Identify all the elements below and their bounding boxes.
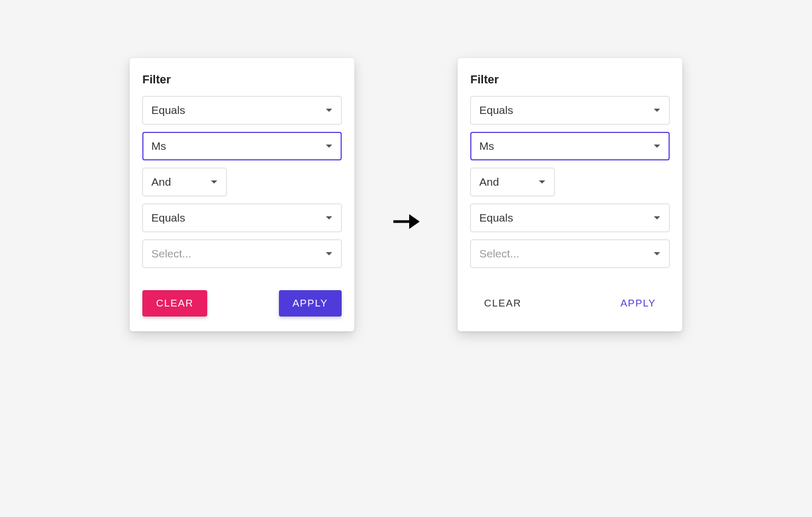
chevron-down-icon: [325, 144, 333, 148]
filter-card-filled: Filter Equals Ms And Equals Select... CL…: [130, 58, 354, 331]
select-operator-2[interactable]: Equals: [142, 204, 342, 232]
select-value-label: Equals: [479, 104, 513, 117]
select-operator-1[interactable]: Equals: [470, 96, 670, 125]
select-placeholder-label: Select...: [151, 247, 191, 260]
chevron-down-icon: [653, 144, 661, 148]
select-value-label: Equals: [151, 212, 185, 224]
apply-button[interactable]: APPLY: [607, 290, 670, 317]
select-value-label: Ms: [479, 140, 494, 152]
select-operator-2[interactable]: Equals: [470, 204, 670, 232]
clear-button[interactable]: CLEAR: [470, 290, 535, 317]
select-logic-operator[interactable]: And: [142, 168, 227, 196]
chevron-down-icon: [210, 180, 218, 184]
chevron-down-icon: [538, 180, 546, 184]
select-value-2[interactable]: Select...: [470, 240, 670, 268]
apply-button[interactable]: APPLY: [279, 290, 342, 317]
select-value-label: Equals: [151, 104, 185, 117]
action-row: CLEAR APPLY: [142, 290, 342, 317]
chevron-down-icon: [325, 216, 333, 220]
select-value-1[interactable]: Ms: [470, 132, 670, 160]
select-value-1[interactable]: Ms: [142, 132, 342, 160]
select-placeholder-label: Select...: [479, 247, 519, 260]
select-value-label: And: [479, 176, 499, 188]
select-value-label: Equals: [479, 212, 513, 224]
chevron-down-icon: [325, 108, 333, 112]
arrow-right-icon: [391, 58, 421, 385]
select-value-2[interactable]: Select...: [142, 240, 342, 268]
chevron-down-icon: [653, 252, 661, 256]
filter-card-text: Filter Equals Ms And Equals Select... CL…: [458, 58, 682, 331]
filter-title: Filter: [470, 73, 670, 87]
select-logic-operator[interactable]: And: [470, 168, 555, 196]
select-value-label: And: [151, 176, 171, 188]
filter-title: Filter: [142, 73, 342, 87]
select-operator-1[interactable]: Equals: [142, 96, 342, 125]
chevron-down-icon: [653, 108, 661, 112]
chevron-down-icon: [653, 216, 661, 220]
chevron-down-icon: [325, 252, 333, 256]
action-row: CLEAR APPLY: [470, 290, 670, 317]
select-value-label: Ms: [151, 140, 166, 152]
clear-button[interactable]: CLEAR: [142, 290, 207, 317]
